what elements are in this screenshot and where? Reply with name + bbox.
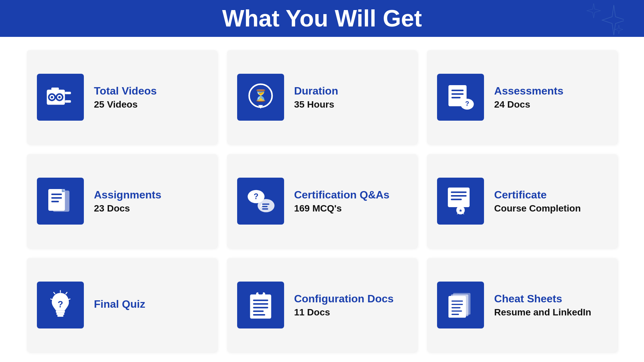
svg-rect-25: [51, 201, 59, 202]
svg-rect-44: [56, 310, 65, 313]
svg-text:?: ?: [254, 192, 258, 201]
svg-rect-56: [253, 300, 268, 301]
svg-rect-34: [262, 206, 267, 207]
card-certificate: ★ Certificate Course Completion: [427, 154, 617, 248]
certificate-icon: ★: [445, 186, 476, 216]
quiz-icon: ?: [45, 290, 75, 320]
assessments-title: Assessments: [494, 85, 563, 97]
qa-icon: ?: [246, 186, 276, 216]
cheat-sheets-text: Cheat Sheets Resume and LinkedIn: [494, 293, 591, 318]
svg-rect-68: [451, 314, 459, 315]
card-cheat-sheets: Cheat Sheets Resume and LinkedIn: [427, 258, 617, 352]
certificate-subtitle: Course Completion: [494, 203, 581, 214]
svg-rect-45: [56, 313, 64, 315]
card-assignments: Assignments 23 Docs: [27, 154, 217, 248]
svg-point-3: [51, 96, 53, 98]
card-configuration-docs: Configuration Docs 11 Docs: [227, 258, 417, 352]
svg-rect-66: [451, 307, 461, 308]
svg-rect-57: [253, 303, 268, 305]
configuration-docs-subtitle: 11 Docs: [294, 307, 394, 318]
svg-rect-36: [448, 188, 470, 207]
svg-rect-22: [48, 189, 65, 211]
certificate-text: Certificate Course Completion: [494, 189, 581, 214]
cheatsheet-icon: [445, 290, 476, 320]
final-quiz-title: Final Quiz: [94, 298, 145, 310]
total-videos-subtitle: 25 Videos: [94, 99, 157, 110]
svg-text:?: ?: [58, 299, 63, 309]
config-icon: [246, 290, 276, 320]
svg-rect-39: [451, 199, 462, 200]
svg-rect-37: [451, 191, 467, 193]
duration-text: Duration 35 Hours: [294, 85, 338, 110]
quiz-icon-box: ?: [37, 282, 84, 328]
assessments-subtitle: 24 Docs: [494, 99, 563, 110]
svg-rect-24: [51, 197, 62, 199]
svg-line-49: [54, 292, 55, 294]
certification-qas-subtitle: 169 MCQ's: [294, 203, 389, 214]
svg-text:★: ★: [459, 208, 463, 213]
certificate-icon-box: ★: [437, 178, 484, 225]
assessment-icon-box: ?: [437, 74, 484, 121]
assignments-icon-box: [37, 178, 84, 225]
duration-subtitle: 35 Hours: [294, 99, 338, 110]
duration-title: Duration: [294, 85, 338, 97]
certification-qas-title: Certification Q&As: [294, 189, 389, 201]
svg-rect-67: [451, 310, 462, 312]
card-final-quiz: ? Final Quiz: [27, 258, 217, 352]
svg-rect-9: [51, 87, 59, 90]
svg-rect-17: [451, 97, 461, 99]
svg-rect-38: [451, 195, 467, 197]
certification-qas-text: Certification Q&As 169 MCQ's: [294, 189, 389, 214]
svg-rect-60: [253, 314, 265, 316]
assignments-title: Assignments: [94, 189, 161, 201]
assessments-text: Assessments 24 Docs: [494, 85, 563, 110]
svg-point-6: [58, 96, 61, 98]
certificate-title: Certificate: [494, 189, 581, 201]
svg-rect-23: [51, 194, 62, 195]
svg-rect-15: [451, 90, 464, 92]
svg-rect-65: [451, 304, 463, 305]
total-videos-title: Total Videos: [94, 85, 157, 97]
svg-rect-64: [451, 301, 463, 302]
final-quiz-text: Final Quiz: [94, 298, 145, 312]
svg-rect-46: [57, 315, 63, 317]
star-decoration: [584, 2, 624, 39]
config-icon-box: [237, 282, 284, 328]
svg-rect-7: [65, 92, 71, 94]
card-duration: ⏳ Duration 35 Hours: [227, 50, 417, 144]
total-videos-text: Total Videos 25 Videos: [94, 85, 157, 110]
assessment-icon: ?: [445, 82, 476, 112]
cheat-sheets-title: Cheat Sheets: [494, 293, 591, 305]
svg-line-52: [68, 299, 70, 300]
svg-text:?: ?: [465, 100, 469, 107]
clock-icon: ⏳: [246, 82, 276, 112]
video-icon: [45, 82, 75, 112]
card-assessments: ? Assessments 24 Docs: [427, 50, 617, 144]
card-certification-qas: ? Certification Q&As 169 MCQ's: [227, 154, 417, 248]
svg-line-51: [51, 299, 52, 300]
cheatsheet-icon-box: [437, 282, 484, 328]
svg-rect-33: [262, 203, 269, 205]
svg-rect-8: [65, 100, 71, 103]
svg-text:⏳: ⏳: [253, 89, 268, 103]
assignments-subtitle: 23 Docs: [94, 203, 161, 214]
assignments-text: Assignments 23 Docs: [94, 189, 161, 214]
configuration-docs-title: Configuration Docs: [294, 293, 394, 305]
svg-point-31: [258, 199, 274, 213]
svg-rect-58: [253, 307, 268, 308]
clock-icon-box: ⏳: [237, 74, 284, 121]
svg-rect-55: [258, 292, 263, 295]
configuration-docs-text: Configuration Docs 11 Docs: [294, 293, 394, 318]
cheat-sheets-subtitle: Resume and LinkedIn: [494, 307, 591, 318]
card-total-videos: Total Videos 25 Videos: [27, 50, 217, 144]
page-title: What You Will Get: [222, 5, 422, 32]
header: What You Will Get: [0, 0, 644, 37]
svg-rect-59: [253, 310, 264, 312]
svg-line-50: [66, 292, 67, 294]
cards-grid: Total Videos 25 Videos ⏳ Duration 35 Hou…: [0, 37, 644, 362]
video-icon-box: [37, 74, 84, 121]
svg-rect-35: [262, 208, 268, 210]
assignments-icon: [45, 186, 75, 216]
svg-rect-16: [451, 93, 464, 95]
qa-icon-box: ?: [237, 178, 284, 225]
